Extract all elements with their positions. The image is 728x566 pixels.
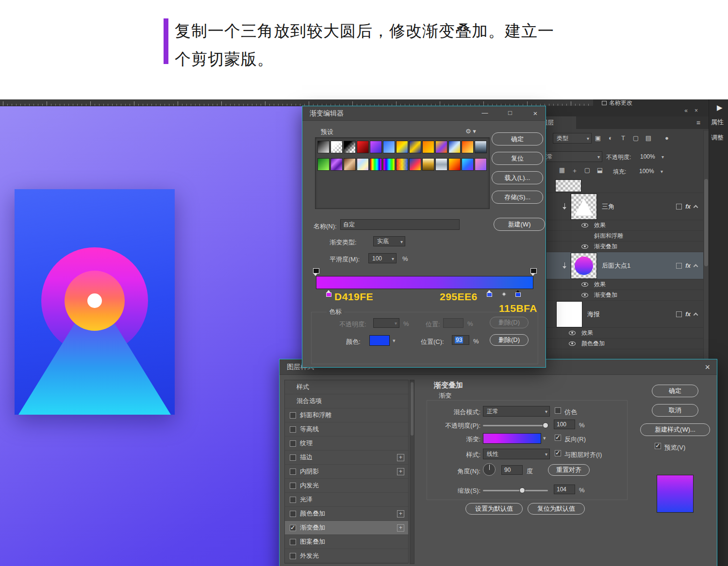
opacity-value-combo[interactable]: 100% xyxy=(636,151,666,162)
close-icon[interactable]: × xyxy=(530,109,540,117)
visibility-eye-icon[interactable] xyxy=(569,331,576,335)
gradient-name-input[interactable]: 自定 xyxy=(340,219,460,230)
layer-row[interactable]: 三角fx xyxy=(546,193,703,220)
gradient-midpoint-diamond[interactable] xyxy=(501,292,506,297)
layer-thumbnail[interactable] xyxy=(556,301,582,327)
layer-thumbnail[interactable] xyxy=(571,253,597,279)
add-effect-icon[interactable] xyxy=(397,510,404,517)
layer-name[interactable]: 三角 xyxy=(602,202,614,211)
dock-properties-label[interactable]: 属性 xyxy=(711,118,724,127)
fx-badge[interactable]: fx xyxy=(685,262,691,269)
style-item-row[interactable]: 斜面和浮雕 xyxy=(285,408,408,422)
collapse-effects-chevron-icon[interactable] xyxy=(694,205,698,210)
overlay-opacity-input[interactable]: 100 xyxy=(554,420,575,429)
overlay-style-select[interactable]: 线性 xyxy=(483,449,550,459)
styles-header-row[interactable]: 样式 xyxy=(285,380,408,394)
opacity-slider[interactable] xyxy=(483,425,548,426)
style-item-checkbox[interactable] xyxy=(290,539,296,545)
style-item-checkbox[interactable] xyxy=(290,497,296,503)
layers-scrollbar-thumb[interactable] xyxy=(704,179,708,266)
set-default-button[interactable]: 设置为默认值 xyxy=(465,503,523,515)
gradient-preset-swatch[interactable] xyxy=(448,141,461,153)
gradient-preset-swatch[interactable] xyxy=(357,141,369,153)
gradient-preset-swatch[interactable] xyxy=(370,158,382,171)
lock-all-icon[interactable]: ⬓ xyxy=(595,166,605,174)
layer-effect-row[interactable]: 效果 xyxy=(546,328,703,339)
new-style-button[interactable]: 新建样式(W)... xyxy=(640,423,710,436)
style-item-row[interactable]: 描边 xyxy=(285,451,408,465)
expand-dock-icon[interactable]: ▶ xyxy=(717,103,723,112)
opacity-stop[interactable] xyxy=(530,268,537,276)
collapse-effects-chevron-icon[interactable] xyxy=(694,264,698,269)
style-item-checkbox[interactable] xyxy=(290,426,296,433)
gradient-preset-swatch[interactable] xyxy=(475,141,487,153)
layer-name[interactable]: 后面大点1 xyxy=(602,261,630,270)
gear-icon[interactable] xyxy=(465,127,476,135)
visibility-eye-icon[interactable] xyxy=(581,293,588,297)
gradient-preset-swatch[interactable] xyxy=(357,158,369,171)
add-effect-icon[interactable] xyxy=(397,454,404,461)
stop-location-value-input[interactable]: 93 xyxy=(452,335,469,345)
minimize-icon[interactable]: — xyxy=(480,109,490,116)
visibility-eye-icon[interactable] xyxy=(569,341,576,346)
gradient-preset-swatch[interactable] xyxy=(396,158,408,171)
dither-checkbox[interactable] xyxy=(555,407,561,414)
style-item-row[interactable]: 图案叠加 xyxy=(285,535,408,549)
layer-effect-row[interactable]: 斜面和浮雕 xyxy=(546,231,703,242)
filter-type-layers-icon[interactable]: T xyxy=(618,134,628,142)
gradient-preset-swatch[interactable] xyxy=(317,141,330,153)
new-gradient-button[interactable]: 新建(W) xyxy=(494,218,545,231)
style-item-row[interactable]: 纹理 xyxy=(285,437,408,451)
color-swatch-dropdown-icon[interactable]: ▾ xyxy=(393,338,396,344)
reverse-checkbox[interactable] xyxy=(555,435,561,441)
align-with-layer-checkbox[interactable] xyxy=(555,450,561,456)
style-item-row[interactable]: 内发光 xyxy=(285,479,408,493)
blend-mode-select[interactable]: 正常 xyxy=(537,151,602,162)
gradient-swatch-dropdown-icon[interactable]: ▾ xyxy=(543,435,546,441)
layer-row[interactable]: 后面大点1fx xyxy=(546,252,703,279)
filter-toggle-icon[interactable]: ● xyxy=(662,134,672,142)
layer-effect-row[interactable]: 渐变叠加 xyxy=(546,290,703,301)
collapse-panel-icon[interactable]: « xyxy=(684,107,687,114)
gradient-strip[interactable] xyxy=(316,276,533,289)
style-item-checkbox[interactable] xyxy=(290,454,296,461)
blending-options-row[interactable]: 混合选项 xyxy=(285,394,408,408)
gradient-preset-swatch[interactable] xyxy=(409,141,421,153)
smoothness-input[interactable]: 100 xyxy=(368,253,397,263)
gradient-preset-swatch[interactable] xyxy=(370,141,382,153)
fx-badge[interactable]: fx xyxy=(685,203,691,210)
color-stop[interactable] xyxy=(487,290,492,297)
gradient-preset-swatch[interactable] xyxy=(422,158,434,171)
visibility-eye-icon[interactable] xyxy=(581,223,588,227)
scale-input[interactable]: 104 xyxy=(554,485,575,494)
layer-effect-row[interactable]: 渐变叠加 xyxy=(546,242,703,252)
close-icon[interactable]: × xyxy=(705,362,710,372)
gradient-preset-swatch[interactable] xyxy=(331,158,343,171)
lock-pixels-icon[interactable]: ＋ xyxy=(570,166,579,175)
gradient-preset-swatch[interactable] xyxy=(383,158,395,171)
poster-artwork[interactable] xyxy=(15,189,175,415)
ok-button[interactable]: 确定 xyxy=(492,132,543,146)
style-item-row[interactable]: 外发光 xyxy=(285,549,408,563)
gradient-swatch[interactable] xyxy=(483,433,541,444)
style-item-checkbox[interactable] xyxy=(290,483,296,489)
close-panel-icon[interactable]: × xyxy=(695,107,698,114)
overlay-blend-mode-select[interactable]: 正常 xyxy=(483,406,550,417)
filter-adjustment-layers-icon[interactable]: ◐ xyxy=(606,134,615,142)
lock-transparency-icon[interactable]: ▦ xyxy=(557,166,567,174)
gradient-preset-swatch[interactable] xyxy=(409,158,421,171)
collapse-effects-chevron-icon[interactable] xyxy=(694,313,698,318)
layer-name[interactable]: 海报 xyxy=(587,310,600,319)
style-item-checkbox[interactable] xyxy=(290,511,296,517)
filter-shape-layers-icon[interactable]: ▢ xyxy=(631,134,641,142)
style-item-checkbox[interactable] xyxy=(290,412,296,419)
style-item-checkbox[interactable] xyxy=(290,525,296,531)
gradient-preset-swatch[interactable] xyxy=(331,141,343,153)
gradient-preset-swatch[interactable] xyxy=(422,141,434,153)
save-button[interactable]: 存储(S)... xyxy=(492,191,543,204)
gradient-type-select[interactable]: 实底 xyxy=(373,236,405,246)
partial-layer-row[interactable] xyxy=(546,178,703,193)
layer-thumbnail[interactable] xyxy=(571,194,597,220)
gradient-preset-swatch[interactable] xyxy=(344,158,356,171)
gradient-preset-swatch[interactable] xyxy=(462,158,474,171)
